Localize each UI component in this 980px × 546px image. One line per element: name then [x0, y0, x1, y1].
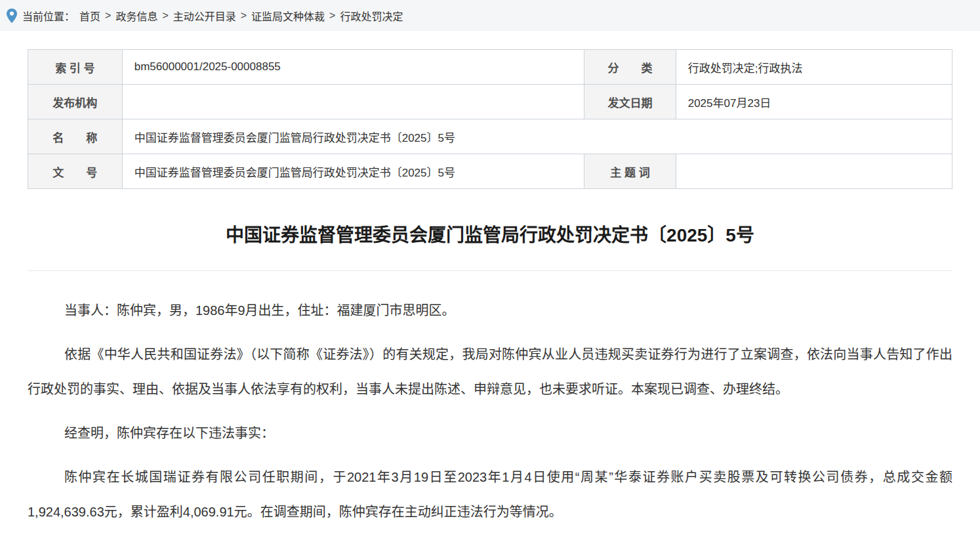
subject-words-value: [676, 154, 952, 189]
meta-row-docno-subject: 文 号 中国证券监督管理委员会厦门监管局行政处罚决定书〔2025〕5号 主 题 …: [28, 154, 952, 189]
document-title: 中国证券监督管理委员会厦门监管局行政处罚决定书〔2025〕5号: [28, 220, 952, 247]
breadcrumb-item-public-directory[interactable]: 主动公开目录: [173, 8, 236, 24]
name-value: 中国证券监督管理委员会厦门监管局行政处罚决定书〔2025〕5号: [122, 119, 952, 154]
doc-number-label: 文 号: [28, 154, 123, 189]
category-label: 分 类: [584, 50, 676, 85]
title-divider: [28, 270, 952, 271]
main-content: 索 引 号 bm56000001/2025-00008855 分 类 行政处罚决…: [28, 49, 952, 546]
location-pin-icon: [7, 9, 17, 23]
issuing-agency-value: [122, 85, 584, 119]
paragraph-findings-intro: 经查明，陈仲宾存在以下违法事实：: [28, 416, 952, 451]
issuing-agency-label: 发布机构: [28, 85, 123, 119]
paragraph-violation-facts: 陈仲宾在长城国瑞证券有限公司任职期间，于2021年3月19日至2023年1月4日…: [28, 460, 952, 530]
paragraph-parties: 当事人：陈仲宾，男，1986年9月出生，住址：福建厦门市思明区。: [28, 293, 952, 328]
doc-number-value: 中国证券监督管理委员会厦门监管局行政处罚决定书〔2025〕5号: [122, 154, 584, 189]
document-body: 当事人：陈仲宾，男，1986年9月出生，住址：福建厦门市思明区。 依据《中华人民…: [28, 293, 952, 546]
breadcrumb-item-home[interactable]: 首页: [79, 8, 100, 24]
paragraph-legal-basis: 依据《中华人民共和国证券法》（以下简称《证券法》）的有关规定，我局对陈仲宾从业人…: [28, 337, 952, 407]
meta-row-agency-date: 发布机构 发文日期 2025年07月23日: [28, 85, 952, 119]
breadcrumb-bar: 当前位置： 首页 > 政务信息 > 主动公开目录 > 证监局文种体裁 > 行政处…: [0, 0, 980, 31]
breadcrumb-separator: >: [105, 10, 111, 22]
subject-words-label: 主 题 词: [584, 154, 676, 189]
issue-date-value: 2025年07月23日: [676, 85, 952, 119]
breadcrumb-item-gov-info[interactable]: 政务信息: [115, 8, 157, 24]
index-number-value: bm56000001/2025-00008855: [122, 50, 584, 85]
breadcrumb-separator: >: [162, 10, 168, 22]
breadcrumb-separator: >: [329, 10, 335, 22]
breadcrumb-item-doc-genre[interactable]: 证监局文种体裁: [251, 8, 325, 24]
breadcrumb-item-penalty-decision[interactable]: 行政处罚决定: [340, 8, 403, 24]
issue-date-label: 发文日期: [584, 85, 676, 119]
breadcrumb: 当前位置： 首页 > 政务信息 > 主动公开目录 > 证监局文种体裁 > 行政处…: [22, 8, 403, 24]
index-number-label: 索 引 号: [28, 50, 123, 85]
meta-row-name: 名 称 中国证券监督管理委员会厦门监管局行政处罚决定书〔2025〕5号: [28, 119, 952, 154]
breadcrumb-separator: >: [241, 10, 247, 22]
meta-row-index-category: 索 引 号 bm56000001/2025-00008855 分 类 行政处罚决…: [28, 50, 952, 85]
name-label: 名 称: [28, 119, 123, 154]
category-value: 行政处罚决定;行政执法: [676, 50, 952, 85]
meta-table: 索 引 号 bm56000001/2025-00008855 分 类 行政处罚决…: [28, 49, 952, 189]
breadcrumb-label: 当前位置：: [22, 8, 75, 24]
